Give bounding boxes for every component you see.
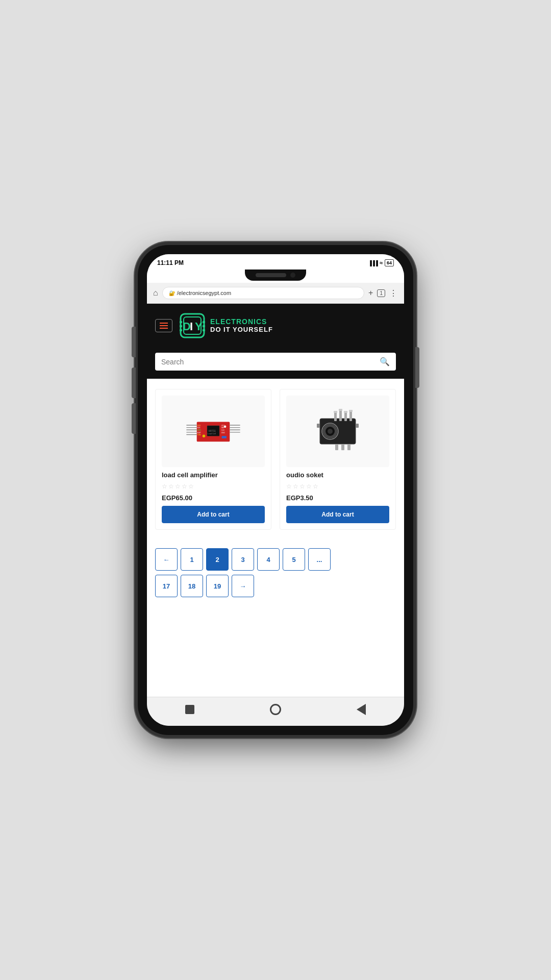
products-area: HX711 Load Cell RED BLK GRN WHT YLW VCC	[147, 379, 404, 540]
star-3: ☆	[299, 483, 305, 490]
nav-back-button[interactable]	[353, 701, 369, 718]
products-grid: HX711 Load Cell RED BLK GRN WHT YLW VCC	[155, 389, 396, 530]
product-card-2: oudio soket ☆ ☆ ☆ ☆ ☆ EGP3.50 Add to car…	[280, 389, 396, 530]
svg-text:CLK: CLK	[221, 429, 225, 431]
svg-rect-44	[349, 411, 352, 421]
logo-area: D I Y ELECTR	[179, 312, 273, 339]
page-button-4[interactable]: 4	[257, 548, 280, 571]
product-image-1[interactable]: HX711 Load Cell RED BLK GRN WHT YLW VCC	[162, 396, 265, 467]
svg-rect-34	[222, 436, 227, 438]
page-button-3[interactable]: 3	[232, 548, 254, 571]
svg-rect-52	[341, 444, 344, 450]
nav-recent-button[interactable]	[182, 701, 198, 718]
more-options-icon[interactable]: ⋮	[389, 288, 398, 298]
page-button-5[interactable]: 5	[283, 548, 305, 571]
pagination-row-1: ← 1 2 3 4 5 ...	[155, 548, 396, 571]
svg-text:Load Cell: Load Cell	[208, 433, 216, 435]
hamburger-line-1	[160, 323, 168, 324]
svg-point-33	[203, 434, 206, 437]
add-to-cart-button-1[interactable]: Add to cart	[162, 506, 265, 523]
product-image-2[interactable]	[286, 396, 389, 467]
logo-diy-text: DO IT YOURSELF	[210, 326, 273, 333]
battery-icon: 64	[385, 259, 394, 266]
product-name-2: oudio soket	[286, 471, 389, 479]
home-icon[interactable]: ⌂	[153, 288, 158, 298]
notch-pill	[256, 273, 286, 277]
next-page-button[interactable]: →	[232, 575, 254, 597]
product-price-2: EGP3.50	[286, 494, 389, 502]
svg-rect-47	[344, 411, 347, 413]
search-icon[interactable]: 🔍	[380, 357, 390, 366]
svg-text:RED: RED	[197, 425, 201, 427]
hamburger-line-3	[160, 328, 168, 329]
status-bar: 11:11 PM ▐▐▐ ≈ 64	[147, 254, 404, 270]
svg-rect-6	[180, 325, 182, 327]
new-tab-icon[interactable]: +	[368, 288, 373, 298]
svg-text:WHT: WHT	[197, 432, 201, 434]
logo-text: ELECTRONICS DO IT YOURSELF	[210, 318, 273, 333]
svg-point-39	[328, 429, 333, 434]
star-2: ☆	[293, 483, 298, 490]
svg-text:I: I	[190, 320, 193, 333]
browser-bar: ⌂ 🔐 /electronicsegypt.com + 1 ⋮	[147, 283, 404, 304]
page-button-17[interactable]: 17	[155, 575, 178, 597]
svg-text:BLK: BLK	[197, 427, 201, 429]
star-4: ☆	[182, 483, 187, 490]
page-button-18[interactable]: 18	[181, 575, 203, 597]
url-text: /electronicsegypt.com	[177, 290, 231, 296]
bottom-nav	[147, 697, 404, 726]
svg-rect-49	[317, 424, 320, 428]
search-area: 🔍	[147, 348, 404, 379]
svg-point-35	[224, 425, 227, 428]
svg-rect-48	[349, 410, 353, 412]
prev-page-button[interactable]: ←	[155, 548, 178, 571]
notch-bar	[147, 270, 404, 283]
product-name-1: load cell amplifier	[162, 471, 265, 479]
svg-text:YLW: YLW	[197, 434, 202, 436]
nav-home-button[interactable]	[267, 701, 284, 718]
star-1: ☆	[286, 483, 292, 490]
page-ellipsis[interactable]: ...	[308, 548, 331, 571]
svg-rect-43	[344, 412, 347, 421]
search-box: 🔍	[155, 353, 396, 371]
star-5: ☆	[313, 483, 318, 490]
search-input[interactable]	[161, 358, 380, 366]
page-button-2[interactable]: 2	[206, 548, 229, 571]
notch	[245, 270, 306, 281]
phone-frame: 11:11 PM ▐▐▐ ≈ 64 ⌂ 🔐 /electronicsegypt.…	[138, 245, 413, 735]
logo-electronics-text: ELECTRONICS	[210, 318, 273, 326]
page-button-1[interactable]: 1	[181, 548, 203, 571]
address-bar[interactable]: 🔐 /electronicsegypt.com	[162, 287, 364, 299]
svg-rect-10	[203, 329, 205, 331]
logo-icon: D I Y	[179, 312, 206, 339]
tab-count[interactable]: 1	[377, 289, 385, 297]
svg-rect-9	[203, 325, 205, 327]
product-price-1: EGP65.00	[162, 494, 265, 502]
signal-icon: ▐▐▐	[368, 260, 378, 266]
product-card-1: HX711 Load Cell RED BLK GRN WHT YLW VCC	[155, 389, 271, 530]
add-to-cart-button-2[interactable]: Add to cart	[286, 506, 389, 523]
browser-actions: + 1 ⋮	[368, 288, 398, 298]
svg-text:GND: GND	[221, 432, 226, 434]
svg-rect-46	[339, 409, 342, 411]
hamburger-line-2	[160, 325, 168, 326]
star-4: ☆	[306, 483, 312, 490]
wifi-icon: ≈	[380, 260, 383, 266]
star-2: ☆	[168, 483, 174, 490]
hamburger-menu-button[interactable]	[155, 319, 172, 332]
content-scroll[interactable]: D I Y ELECTR	[147, 304, 404, 697]
home-circle-icon	[270, 704, 281, 715]
lock-icon: 🔐	[169, 290, 175, 296]
back-arrow-icon	[357, 704, 366, 715]
page-button-19[interactable]: 19	[206, 575, 229, 597]
svg-rect-50	[356, 424, 359, 428]
svg-rect-51	[335, 444, 338, 450]
star-1: ☆	[162, 483, 167, 490]
svg-text:DAT: DAT	[221, 427, 224, 429]
site-header: D I Y ELECTR	[147, 304, 404, 348]
svg-rect-53	[347, 444, 350, 450]
svg-rect-45	[334, 411, 337, 413]
svg-rect-41	[334, 412, 337, 421]
product-stars-2: ☆ ☆ ☆ ☆ ☆	[286, 483, 389, 490]
phone-screen: 11:11 PM ▐▐▐ ≈ 64 ⌂ 🔐 /electronicsegypt.…	[147, 254, 404, 726]
